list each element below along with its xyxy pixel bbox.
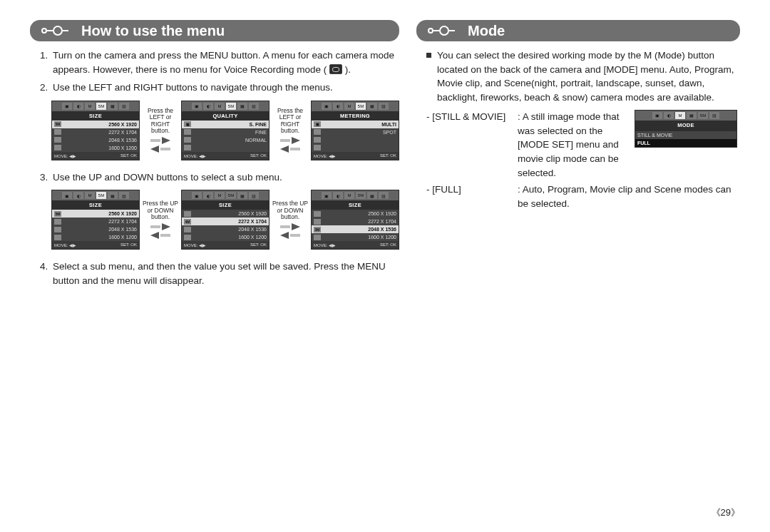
screens-row-2: ▣◐M5M▦▥SIZE5M2560 X 19202272 X 17042048 …: [30, 190, 399, 250]
lcd-mode-top: ▣◐M▦5M▥: [635, 111, 736, 121]
right-header: Mode: [416, 20, 740, 41]
screens-row-1: ▣◐M5M▦▥SIZE5M2560 X 19202272 X 17042048 …: [30, 101, 399, 160]
def-still-movie: - [STILL & MOVIE] : A still image mode t…: [426, 110, 629, 180]
lcd-mode-rows: STILL & MOVIEFULL: [635, 131, 736, 147]
lcd-size-1: ▣◐M5M▦▥SIZE5M2560 X 19202272 X 17042048 …: [51, 101, 140, 160]
hint-ud-1: Press the UP or DOWN button.: [142, 200, 179, 239]
left-header: How to use the menu: [30, 20, 399, 41]
hint-ud-2: Press the UP or DOWN button.: [272, 200, 309, 239]
step-2: 2. Use the LEFT and RIGHT buttons to nav…: [40, 81, 396, 95]
arrow-left-icon: [280, 232, 289, 239]
header-ornament-icon: [41, 26, 68, 36]
lcd-metering: ▣◐M5M▦▥METERING▣MULTISPOTMOVE: ◀▶SET: OK: [311, 101, 399, 160]
right-title: Mode: [468, 23, 505, 39]
page-number: 《29》: [712, 506, 740, 519]
arrow-right-icon: [292, 223, 300, 230]
arrow-right-icon: [292, 137, 300, 144]
arrow-left-icon: [280, 145, 289, 153]
header-ornament-icon: [428, 26, 455, 36]
arrow-right-icon: [162, 223, 170, 230]
lcd-size-b: ▣◐M5M▦▥SIZE2560 X 19204M2272 X 17042048 …: [181, 190, 270, 250]
mode-intro: You can select the desired working mode …: [426, 48, 737, 104]
lcd-mode: ▣◐M▦5M▥ MODE STILL & MOVIEFULL: [635, 110, 737, 148]
left-column: How to use the menu 1. Turn on the camer…: [30, 20, 399, 292]
lcd-size-c: ▣◐M5M▦▥SIZE2560 X 19202272 X 17043M2048 …: [311, 190, 399, 250]
hint-lr-1: Press the LEFT or RIGHT button.: [142, 108, 179, 153]
left-title: How to use the menu: [81, 23, 225, 39]
arrow-left-icon: [150, 232, 159, 239]
lcd-size-a: ▣◐M5M▦▥SIZE5M2560 X 19202272 X 17042048 …: [51, 190, 140, 250]
step-4: 4. Select a sub menu, and then the value…: [40, 260, 396, 287]
step-1: 1. Turn on the camera and press the MENU…: [40, 48, 396, 76]
step-3: 3. Use the UP and DOWN buttons to select…: [40, 170, 396, 185]
right-column: Mode You can select the desired working …: [416, 20, 740, 292]
lcd-mode-title: MODE: [635, 121, 736, 131]
lcd-quality: ▣◐M5M▦▥QUALITY▦S. FINEFINENORMALMOVE: ◀▶…: [181, 101, 270, 160]
def-full: - [FULL] : Auto, Program, Movie clip and…: [426, 183, 737, 210]
bullet-icon: [426, 53, 431, 58]
voice-recording-icon: [329, 64, 342, 74]
hint-lr-2: Press the LEFT or RIGHT button.: [272, 108, 309, 153]
arrow-right-icon: [162, 137, 170, 144]
arrow-left-icon: [150, 145, 159, 153]
